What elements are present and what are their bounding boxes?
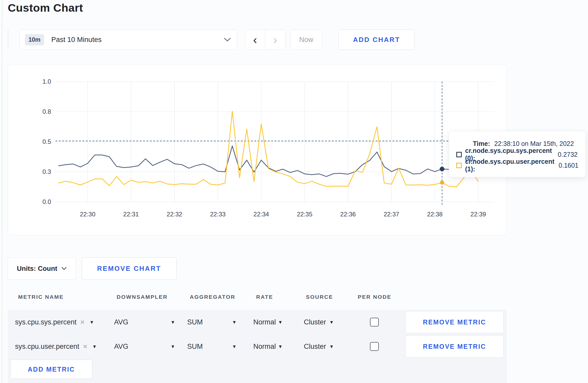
- now-button[interactable]: Now: [290, 30, 322, 50]
- next-window-button[interactable]: ›: [265, 30, 285, 49]
- per-node-checkbox[interactable]: [370, 318, 379, 327]
- chevron-left-icon: ‹: [253, 33, 257, 47]
- time-window-nav: ‹ ›: [245, 30, 285, 50]
- hover-dot-sys: [440, 167, 444, 171]
- remove-chart-button[interactable]: REMOVE CHART: [82, 257, 177, 280]
- remove-metric-button[interactable]: REMOVE METRIC: [405, 311, 504, 333]
- chart-card[interactable]: 0.00.30.50.81.022:3022:3122:3222:3322:34…: [8, 65, 507, 235]
- table-row: sys.cpu.sys.percent × ▾ AVG ▾ SUM ▾ Norm…: [8, 310, 507, 334]
- chevron-right-icon: ›: [273, 33, 277, 47]
- metric-name-value: sys.cpu.user.percent: [15, 343, 79, 351]
- hover-dot-user: [440, 181, 444, 185]
- x-axis-label: 22:34: [243, 211, 279, 218]
- downsampler-value: AVG: [114, 343, 128, 351]
- chevron-down-icon: [61, 267, 67, 270]
- x-axis-label: 22:38: [417, 211, 453, 218]
- remove-metric-x-icon[interactable]: ×: [80, 318, 85, 327]
- col-header-source: SOURCE: [306, 294, 333, 300]
- caret-down-icon: ▾: [330, 343, 333, 350]
- rate-select[interactable]: Normal ▾: [253, 334, 282, 359]
- x-axis-label: 22:35: [286, 211, 323, 218]
- metric-name-value: sys.cpu.sys.percent: [15, 318, 76, 326]
- aggregator-select[interactable]: SUM ▾: [187, 310, 236, 334]
- x-axis-label: 22:37: [373, 211, 410, 218]
- units-dropdown[interactable]: Units: Count: [8, 257, 76, 280]
- aggregator-select[interactable]: SUM ▾: [187, 334, 236, 359]
- x-axis-label: 22:31: [113, 211, 149, 218]
- x-axis-label: 22:33: [200, 211, 236, 218]
- add-chart-button[interactable]: ADD CHART: [338, 30, 415, 50]
- x-axis-label: 22:32: [156, 211, 193, 218]
- downsampler-select[interactable]: AVG ▾: [114, 310, 174, 334]
- caret-down-icon: ▾: [233, 343, 236, 350]
- tooltip-series-user-value: 0.1601: [559, 162, 578, 169]
- tooltip-time-value: 22:38:10 on Mar 15th, 2022: [494, 140, 574, 147]
- units-label: Units: Count: [17, 265, 57, 273]
- page-title: Custom Chart: [8, 2, 83, 14]
- tooltip-series-sys-value: 0.2732: [558, 151, 578, 158]
- caret-down-icon: ▾: [279, 343, 282, 350]
- add-metric-button[interactable]: ADD METRIC: [10, 360, 92, 379]
- metric-select-caret-icon[interactable]: ▾: [90, 319, 93, 325]
- rate-value: Normal: [253, 343, 276, 351]
- col-header-downsampler: DOWNSAMPLER: [117, 294, 168, 300]
- source-value: Cluster: [304, 343, 326, 351]
- downsampler-value: AVG: [114, 318, 128, 326]
- aggregator-value: SUM: [187, 343, 203, 351]
- caret-down-icon: ▾: [279, 319, 282, 325]
- x-axis-label: 22:30: [69, 211, 106, 218]
- table-row: sys.cpu.user.percent × ▾ AVG ▾ SUM ▾ Nor…: [8, 334, 507, 359]
- remove-metric-x-icon[interactable]: ×: [83, 342, 88, 351]
- page-left-divider: [2, 0, 2, 383]
- source-value: Cluster: [304, 318, 326, 326]
- y-axis-label: 0.3: [33, 168, 51, 176]
- rate-value: Normal: [253, 318, 276, 326]
- col-header-per-node: PER NODE: [358, 294, 391, 300]
- y-axis-label: 0.0: [33, 198, 51, 206]
- time-range-label: Past 10 Minutes: [51, 36, 102, 44]
- source-select[interactable]: Cluster ▾: [304, 334, 333, 359]
- caret-down-icon: ▾: [171, 319, 174, 325]
- per-node-checkbox[interactable]: [370, 342, 379, 351]
- toolbar-divider: [8, 30, 8, 50]
- x-axis-label: 22:36: [330, 211, 366, 218]
- metrics-table-body: sys.cpu.sys.percent × ▾ AVG ▾ SUM ▾ Norm…: [8, 310, 507, 383]
- tooltip-series-user-name: cr.node.sys.cpu.user.percent (1):: [465, 158, 555, 173]
- rate-select[interactable]: Normal ▾: [253, 310, 282, 334]
- remove-metric-button[interactable]: REMOVE METRIC: [405, 335, 504, 358]
- y-axis-label: 0.5: [33, 138, 51, 146]
- series-user-legend-icon: [456, 163, 462, 168]
- prev-window-button[interactable]: ‹: [245, 30, 265, 49]
- chart-tooltip: Time: 22:38:10 on Mar 15th, 2022 cr.node…: [449, 131, 586, 177]
- x-axis-label: 22:39: [460, 211, 496, 218]
- metrics-table-header: METRIC NAME DOWNSAMPLER AGGREGATOR RATE …: [8, 294, 507, 306]
- y-axis-label: 1.0: [33, 77, 51, 86]
- series-line-user: [59, 111, 478, 187]
- time-range-dropdown[interactable]: 10m Past 10 Minutes: [19, 30, 237, 50]
- time-range-badge: 10m: [25, 34, 44, 45]
- caret-down-icon: ▾: [233, 319, 236, 325]
- y-axis-label: 0.8: [33, 108, 51, 116]
- aggregator-value: SUM: [187, 318, 203, 326]
- source-select[interactable]: Cluster ▾: [304, 310, 333, 334]
- caret-down-icon: ▾: [171, 343, 174, 350]
- series-sys-legend-icon: [456, 152, 462, 157]
- metric-select-caret-icon[interactable]: ▾: [93, 343, 96, 350]
- downsampler-select[interactable]: AVG ▾: [114, 334, 174, 359]
- tooltip-time-label: Time:: [473, 140, 490, 147]
- col-header-metric-name: METRIC NAME: [18, 294, 64, 300]
- col-header-aggregator: AGGREGATOR: [190, 294, 235, 300]
- chart-svg: [8, 65, 507, 236]
- caret-down-icon: ▾: [330, 319, 333, 325]
- col-header-rate: RATE: [256, 294, 273, 300]
- chevron-down-icon: [224, 38, 231, 42]
